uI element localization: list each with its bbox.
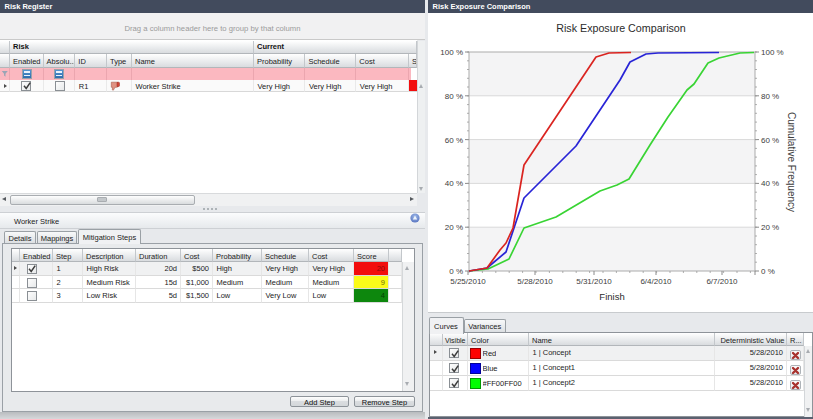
svg-text:Cumulative Frequency: Cumulative Frequency [786, 112, 797, 212]
svg-text:6/4/2010: 6/4/2010 [640, 277, 672, 286]
svg-text:5/28/2010: 5/28/2010 [517, 277, 553, 286]
svg-text:60 %: 60 % [761, 136, 779, 145]
svg-text:60 %: 60 % [445, 136, 463, 145]
svg-text:Risk Exposure Comparison: Risk Exposure Comparison [556, 22, 686, 34]
svg-text:6/7/2010: 6/7/2010 [706, 277, 738, 286]
svg-text:100 %: 100 % [761, 48, 784, 57]
svg-text:40 %: 40 % [445, 179, 463, 188]
svg-text:20 %: 20 % [761, 223, 779, 232]
svg-text:0 %: 0 % [449, 267, 463, 276]
svg-text:20 %: 20 % [445, 223, 463, 232]
svg-text:80 %: 80 % [445, 92, 463, 101]
svg-text:100 %: 100 % [440, 48, 463, 57]
svg-text:80 %: 80 % [761, 92, 779, 101]
svg-text:5/31/2010: 5/31/2010 [576, 277, 612, 286]
svg-text:Finish: Finish [599, 291, 624, 302]
svg-text:5/25/2010: 5/25/2010 [450, 277, 486, 286]
svg-text:0 %: 0 % [761, 267, 775, 276]
svg-text:40 %: 40 % [761, 179, 779, 188]
